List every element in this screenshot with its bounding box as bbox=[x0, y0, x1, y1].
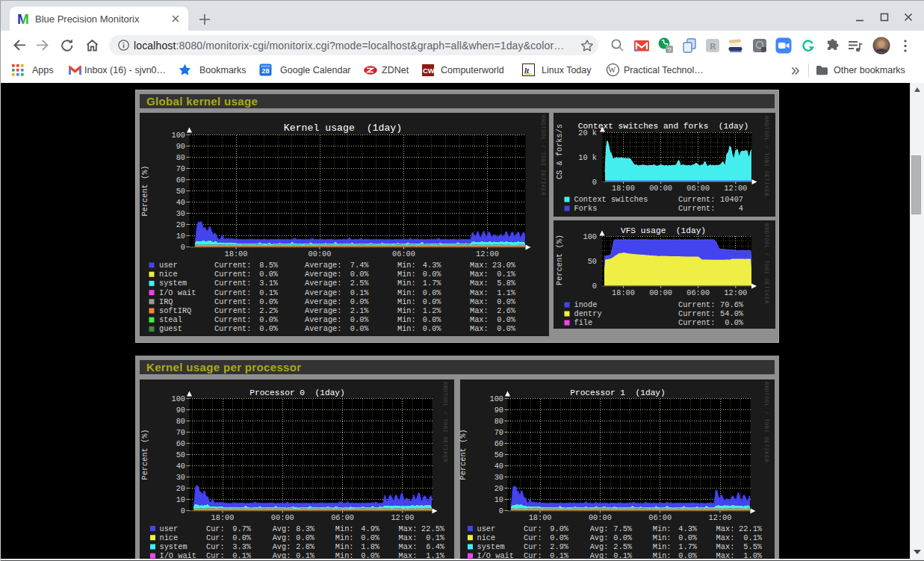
svg-text:Max:: Max: bbox=[470, 315, 489, 324]
svg-text:60: 60 bbox=[176, 439, 185, 448]
svg-text:Cur:: Cur: bbox=[206, 533, 225, 542]
svg-text:Forks: Forks bbox=[574, 204, 598, 213]
svg-text:Min:: Min: bbox=[397, 288, 416, 297]
svg-text:1.7%: 1.7% bbox=[423, 279, 442, 288]
svg-text:0.1%: 0.1% bbox=[350, 288, 370, 297]
svg-text:70: 70 bbox=[176, 428, 185, 437]
svg-text:Max:: Max: bbox=[716, 524, 735, 533]
svg-text:Average:: Average: bbox=[305, 261, 341, 270]
svg-text:0.0%: 0.0% bbox=[550, 533, 569, 542]
svg-text:Max:: Max: bbox=[399, 542, 418, 551]
svg-text:0.0%: 0.0% bbox=[361, 533, 380, 542]
svg-text:00:00: 00:00 bbox=[649, 184, 672, 193]
svg-text:system: system bbox=[160, 542, 187, 551]
svg-text:8.5%: 8.5% bbox=[259, 261, 279, 270]
svg-text:0.0%: 0.0% bbox=[678, 533, 698, 542]
svg-text:Processor 0 (1day): Processor 0 (1day) bbox=[249, 388, 345, 397]
svg-text:2.5%: 2.5% bbox=[350, 279, 370, 288]
svg-text:30: 30 bbox=[176, 209, 185, 218]
svg-text:40: 40 bbox=[176, 462, 185, 471]
svg-text:Processor 1 (1day): Processor 1 (1day) bbox=[570, 388, 666, 397]
svg-text:M: M bbox=[18, 12, 29, 25]
svg-text:Current:: Current: bbox=[214, 270, 251, 279]
svg-text:Current:: Current: bbox=[678, 318, 715, 327]
svg-text:Max:: Max: bbox=[470, 279, 489, 288]
svg-text:50: 50 bbox=[494, 450, 503, 459]
svg-text:0.0%: 0.0% bbox=[350, 297, 370, 306]
svg-text:50: 50 bbox=[176, 187, 185, 196]
svg-text:22.1%: 22.1% bbox=[739, 524, 763, 533]
svg-text:0.0%: 0.0% bbox=[259, 324, 279, 333]
svg-text:3.3%: 3.3% bbox=[232, 542, 252, 551]
svg-text:0: 0 bbox=[592, 178, 597, 187]
svg-text:Min:: Min: bbox=[653, 533, 672, 542]
svg-text:06:00: 06:00 bbox=[648, 513, 672, 522]
svg-text:100: 100 bbox=[171, 131, 185, 140]
svg-text:0.0%: 0.0% bbox=[350, 324, 370, 333]
svg-text:10: 10 bbox=[176, 232, 185, 241]
svg-text:Cur:: Cur: bbox=[206, 524, 225, 533]
svg-text:0.1%: 0.1% bbox=[497, 270, 516, 279]
svg-text:90: 90 bbox=[176, 406, 185, 415]
svg-text:system: system bbox=[477, 542, 505, 551]
svg-text:5.5%: 5.5% bbox=[743, 542, 763, 551]
svg-text:0.1%: 0.1% bbox=[259, 288, 279, 297]
svg-text:Context switches: Context switches bbox=[574, 195, 648, 204]
svg-text:54.0%: 54.0% bbox=[720, 309, 744, 318]
svg-text:Current:: Current: bbox=[678, 309, 715, 318]
svg-text:Min:: Min: bbox=[335, 542, 354, 551]
svg-text:00:00: 00:00 bbox=[589, 513, 612, 522]
svg-text:Min:: Min: bbox=[397, 279, 416, 288]
svg-text:Avg:: Avg: bbox=[590, 533, 609, 542]
svg-text:0.0%: 0.0% bbox=[725, 318, 744, 327]
svg-text:Min:: Min: bbox=[397, 306, 416, 315]
svg-text:Global kernel usage: Global kernel usage bbox=[146, 95, 258, 108]
svg-text:100: 100 bbox=[171, 394, 185, 403]
svg-text:0.0%: 0.0% bbox=[497, 297, 516, 306]
svg-text:80: 80 bbox=[176, 153, 185, 162]
svg-text:Min:: Min: bbox=[397, 270, 416, 279]
svg-text:0.0%: 0.0% bbox=[423, 270, 442, 279]
svg-text:guest: guest bbox=[159, 324, 182, 333]
svg-text:12:00: 12:00 bbox=[391, 513, 414, 522]
svg-text:0.0%: 0.0% bbox=[350, 270, 370, 279]
svg-text:18:00: 18:00 bbox=[612, 288, 635, 297]
svg-text:Average:: Average: bbox=[305, 270, 341, 279]
svg-text:20 k: 20 k bbox=[578, 128, 597, 137]
svg-text:0.1%: 0.1% bbox=[743, 533, 763, 542]
svg-text:RRDTOOL / TOBI OETIKER: RRDTOOL / TOBI OETIKER bbox=[763, 116, 769, 196]
svg-text:80: 80 bbox=[176, 417, 185, 426]
svg-text:0.0%: 0.0% bbox=[423, 297, 442, 306]
svg-text:RRDTOOL / TOBI OETIKER: RRDTOOL / TOBI OETIKER bbox=[540, 115, 546, 196]
svg-text:0.0%: 0.0% bbox=[232, 533, 252, 542]
svg-text:4: 4 bbox=[739, 204, 743, 213]
svg-text:VFS usage (1day): VFS usage (1day) bbox=[621, 226, 706, 235]
svg-text:90: 90 bbox=[176, 142, 185, 151]
svg-text:0: 0 bbox=[592, 282, 597, 291]
svg-text:0.1%: 0.1% bbox=[426, 533, 445, 542]
svg-text:0.0%: 0.0% bbox=[423, 315, 442, 324]
svg-text:0.0%: 0.0% bbox=[613, 533, 633, 542]
svg-text:9.7%: 9.7% bbox=[232, 524, 252, 533]
svg-text:Average:: Average: bbox=[305, 315, 341, 324]
svg-text:Cur:: Cur: bbox=[206, 542, 225, 551]
svg-text:0.0%: 0.0% bbox=[497, 315, 516, 324]
svg-text:28: 28 bbox=[261, 66, 270, 75]
svg-text:0.0%: 0.0% bbox=[350, 315, 370, 324]
svg-text:dentry: dentry bbox=[574, 309, 602, 318]
svg-text:3.1%: 3.1% bbox=[259, 279, 279, 288]
svg-text:80: 80 bbox=[494, 417, 503, 426]
svg-text:CW: CW bbox=[423, 66, 434, 75]
svg-text:1.8%: 1.8% bbox=[361, 542, 380, 551]
svg-text:00:00: 00:00 bbox=[649, 288, 672, 297]
svg-text:Average:: Average: bbox=[305, 306, 341, 315]
svg-text:Current:: Current: bbox=[678, 204, 715, 213]
svg-text:Max:: Max: bbox=[470, 297, 489, 306]
svg-text:Average:: Average: bbox=[305, 324, 341, 333]
svg-text:2.8%: 2.8% bbox=[296, 542, 315, 551]
svg-text:00:00: 00:00 bbox=[308, 249, 332, 258]
svg-text:Max:: Max: bbox=[399, 524, 418, 533]
svg-text:100: 100 bbox=[489, 394, 503, 403]
svg-text:Max:: Max: bbox=[470, 270, 489, 279]
svg-text:30: 30 bbox=[494, 473, 503, 482]
